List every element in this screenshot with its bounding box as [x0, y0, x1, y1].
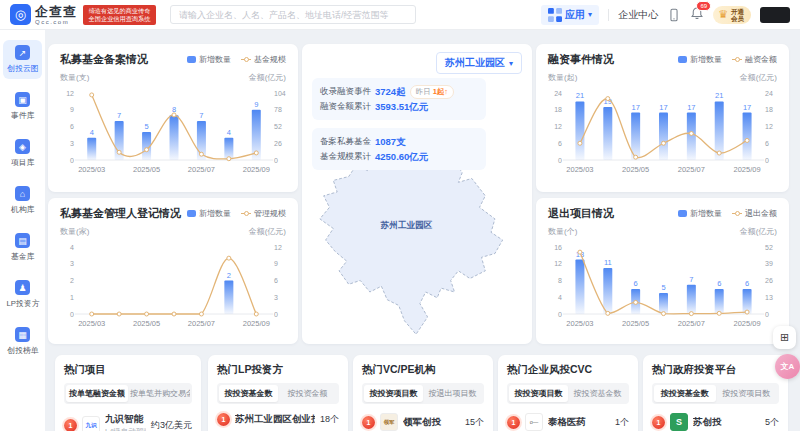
sidebar-item-label: 机构库: [11, 204, 34, 215]
stat-label: 基金规模累计: [320, 149, 371, 164]
search-input[interactable]: [170, 5, 416, 24]
sidebar-item-event-library[interactable]: ▣ 事件库: [3, 87, 42, 126]
svg-text:21: 21: [715, 91, 723, 100]
tab-by-invest-count[interactable]: 按投资项目数: [716, 385, 778, 402]
up-arrow-icon: ↑: [444, 87, 448, 96]
panel-manager-registration: 私募基金管理人登记情况 新增数量 管理规模 数量(家)金额(亿元) 012340…: [48, 198, 298, 344]
region-map[interactable]: 苏州工业园区: [306, 140, 528, 342]
mobile-app-icon[interactable]: [667, 8, 681, 22]
list-item[interactable]: 1 苏州工业园区创业投资引... 18个: [217, 413, 339, 426]
tab-by-ma-amount[interactable]: 按单笔并购交易金额: [128, 385, 190, 402]
svg-text:13: 13: [765, 294, 773, 301]
svg-text:21: 21: [576, 91, 584, 100]
svg-text:2: 2: [70, 277, 74, 284]
institution-library-icon: ⌂: [15, 186, 30, 201]
legend-new-count[interactable]: 新增数量: [678, 54, 722, 65]
rank-1-medal-icon: 1: [507, 416, 520, 429]
svg-text:4: 4: [90, 128, 94, 137]
sidebar-item-institution-library[interactable]: ⌂ 机构库: [3, 181, 42, 220]
stat-value: 3593.51亿元: [375, 99, 428, 114]
svg-text:12: 12: [554, 123, 562, 130]
svg-text:39: 39: [765, 260, 773, 267]
sidebar-item-vc-cloud-map[interactable]: ↗ 创投云图: [3, 40, 42, 79]
panel-hot-gov-platforms: 热门政府投资平台 按投资基金数 按投资项目数 1 S 苏创投 5个: [643, 355, 788, 431]
sidebar-item-vc-rankings[interactable]: ▦ 创投榜单: [3, 322, 42, 361]
tab-group: 按单笔融资金额 按单笔并购交易金额: [64, 383, 192, 404]
sidebar-item-label: 项目库: [11, 157, 34, 168]
apps-button[interactable]: 应用 ▾: [541, 5, 599, 25]
vip-label-1: 开通: [731, 8, 744, 15]
translate-icon: 文A: [781, 361, 795, 372]
legend-new-count[interactable]: 新增数量: [187, 54, 231, 65]
region-dropdown[interactable]: 苏州工业园区 ▾: [436, 52, 522, 74]
svg-text:0: 0: [70, 311, 74, 318]
svg-text:2: 2: [227, 271, 231, 280]
sidebar-item-project-library[interactable]: ◈ 项目库: [3, 134, 42, 173]
svg-text:2025/05: 2025/05: [622, 319, 649, 328]
open-vip-button[interactable]: ♛ 开通会员: [713, 6, 751, 24]
legend-exit-amount[interactable]: 退出金额: [732, 208, 777, 219]
left-axis-unit: 数量(个): [548, 226, 577, 237]
apps-label: 应用: [565, 8, 585, 22]
stat-label: 备案私募基金: [320, 134, 371, 149]
legend-fund-scale[interactable]: 基金规模: [241, 54, 286, 65]
legend-financing-amount[interactable]: 融资金额: [732, 54, 777, 65]
panel-hot-lp-investors: 热门LP投资方 按投资基金数 按投资金额 1 苏州工业园区创业投资引... 18…: [208, 355, 348, 431]
svg-text:6: 6: [558, 140, 562, 147]
company-name: 九识智能: [105, 413, 146, 426]
svg-text:5: 5: [144, 122, 148, 131]
translate-float-button[interactable]: 文A: [775, 354, 800, 379]
rank-1-medal-icon: 1: [362, 416, 375, 429]
chevron-down-icon: ▾: [509, 59, 513, 68]
notifications-button[interactable]: 69: [690, 6, 704, 24]
tab-group: 按投资项目数 按退出项目数: [362, 383, 484, 404]
right-axis-unit: 金额(亿元): [249, 72, 286, 83]
fund-stat-card: 备案私募基金 1087支 基金规模累计 4250.60亿元: [312, 128, 486, 170]
enterprise-center-link[interactable]: 企业中心: [618, 8, 658, 22]
tab-by-fund-count[interactable]: 按投资基金数: [654, 385, 716, 402]
svg-text:0: 0: [274, 157, 278, 164]
qcc-logo[interactable]: 企查查 Qcc.com: [35, 5, 77, 25]
tab-group: 按投资基金数 按投资项目数: [652, 383, 779, 404]
user-avatar[interactable]: [760, 7, 790, 23]
svg-text:3: 3: [70, 260, 74, 267]
legend-mgmt-scale[interactable]: 管理规模: [241, 208, 286, 219]
svg-text:7: 7: [199, 111, 203, 120]
sidebar-item-lp-investors[interactable]: ♟ LP投资方: [3, 275, 42, 314]
panel-title: 融资事件情况: [548, 52, 614, 67]
project-library-icon: ◈: [15, 139, 30, 154]
svg-text:24: 24: [554, 90, 562, 97]
svg-text:2025/05: 2025/05: [133, 165, 160, 174]
tab-by-fund-count[interactable]: 按投资基金数: [568, 385, 627, 402]
sidebar-item-fund-library[interactable]: ▤ 基金库: [3, 228, 42, 267]
legend-new-count[interactable]: 新增数量: [187, 208, 231, 219]
list-item[interactable]: 1 九识 九识智能 L4级自动驾驶产... 约3亿美元: [64, 413, 192, 431]
tab-by-fund-count[interactable]: 按投资基金数: [219, 385, 278, 402]
panel-title: 私募基金备案情况: [60, 52, 148, 67]
svg-text:26: 26: [765, 277, 773, 284]
hot-list-title: 热门项目: [64, 363, 192, 377]
list-item[interactable]: 1 S 苏创投 5个: [652, 413, 779, 431]
svg-text:12: 12: [554, 260, 562, 267]
svg-text:17: 17: [631, 103, 639, 112]
tab-by-invest-count[interactable]: 按投资项目数: [509, 385, 568, 402]
company-name: 领军创投: [403, 416, 460, 429]
apps-grid-icon: [548, 8, 562, 22]
list-item[interactable]: 1 o— 泰格医药 1个: [507, 413, 629, 431]
qcc-logo-icon[interactable]: ◎: [10, 4, 31, 25]
svg-text:6: 6: [274, 277, 278, 284]
svg-text:2025/07: 2025/07: [188, 319, 215, 328]
tab-by-single-financing[interactable]: 按单笔融资金额: [66, 385, 128, 402]
mini-window-float-button[interactable]: ⊞: [773, 326, 796, 349]
svg-text:0: 0: [274, 311, 278, 318]
legend-new-count[interactable]: 新增数量: [678, 208, 722, 219]
tab-by-invest-amount[interactable]: 按投资金额: [278, 385, 337, 402]
stat-label: 收录融资事件: [320, 84, 371, 99]
tab-by-invest-count[interactable]: 按投资项目数: [364, 385, 423, 402]
list-item[interactable]: 1 领军 领军创投 15个: [362, 413, 484, 431]
company-name: 苏州工业园区创业投资引...: [235, 413, 315, 426]
svg-text:5: 5: [661, 283, 665, 292]
tab-by-exit-count[interactable]: 按退出项目数: [423, 385, 482, 402]
bar-legend-icon: [678, 56, 687, 63]
map-region-label: 苏州工业园区: [379, 220, 432, 230]
